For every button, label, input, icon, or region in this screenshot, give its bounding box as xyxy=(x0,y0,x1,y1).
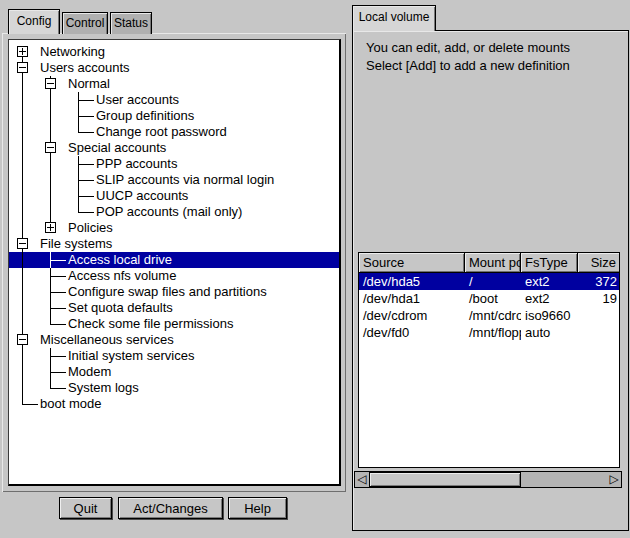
tree-guide xyxy=(65,204,93,220)
tree-guide xyxy=(37,316,65,332)
tree-guide xyxy=(37,108,65,124)
table-cell: / xyxy=(465,273,521,290)
table-cell: /mnt/cdrom xyxy=(465,307,521,324)
column-header[interactable]: Mount point xyxy=(465,253,521,273)
tree-guide xyxy=(9,124,37,140)
tree-guide xyxy=(9,156,37,172)
table-row[interactable]: /dev/hda5/ext2372 xyxy=(359,273,619,290)
tree-item[interactable]: System logs xyxy=(9,380,339,396)
tree-guide xyxy=(9,220,37,236)
scroll-left-icon[interactable]: ◁ xyxy=(355,472,369,487)
tree-item[interactable]: Miscellaneous services xyxy=(9,332,339,348)
tree-item-label: UUCP accounts xyxy=(93,188,188,204)
tree-item[interactable]: User accounts xyxy=(9,92,339,108)
tree-guide xyxy=(65,188,93,204)
expander-minus-icon[interactable] xyxy=(9,236,37,252)
table-cell: /dev/hda1 xyxy=(359,290,465,307)
tree-item[interactable]: Check some file permissions xyxy=(9,316,339,332)
tree-guide xyxy=(65,92,93,108)
tree-item-label: Access nfs volume xyxy=(65,268,176,284)
expander-minus-icon[interactable] xyxy=(9,60,37,76)
help-button[interactable]: Help xyxy=(228,497,287,519)
column-header[interactable]: Source xyxy=(359,253,465,273)
tree-item[interactable]: Users accounts xyxy=(9,60,339,76)
column-header[interactable]: FsType xyxy=(521,253,578,273)
tree-item-label: Set quota defaults xyxy=(65,300,173,316)
tree-item[interactable]: File systems xyxy=(9,236,339,252)
table-row[interactable]: /dev/fd0/mnt/floppyauto xyxy=(359,324,619,341)
scrollbar-thumb[interactable] xyxy=(369,472,521,487)
table-row[interactable]: /dev/cdrom/mnt/cdromiso9660 xyxy=(359,307,619,324)
scroll-right-icon[interactable]: ▷ xyxy=(607,472,621,487)
tab-status[interactable]: Status xyxy=(110,12,152,34)
tree-item[interactable]: Group definitions xyxy=(9,108,339,124)
tab-local-volume[interactable]: Local volume xyxy=(352,5,436,31)
tree-item-label: boot mode xyxy=(37,396,101,412)
act-changes-button[interactable]: Act/Changes xyxy=(118,497,223,519)
tree-item-label: Normal xyxy=(65,76,110,92)
tree-item[interactable]: Initial system services xyxy=(9,348,339,364)
table-cell xyxy=(578,307,620,324)
config-panel: NetworkingUsers accountsNormalUser accou… xyxy=(2,33,346,492)
tree-guide xyxy=(9,188,37,204)
tree-guide xyxy=(37,172,65,188)
tree-item[interactable]: Change root password xyxy=(9,124,339,140)
linuxconf-window: Config Control Status NetworkingUsers ac… xyxy=(0,0,630,538)
tree-guide xyxy=(37,268,65,284)
expander-minus-icon[interactable] xyxy=(9,332,37,348)
tree-item[interactable]: boot mode xyxy=(9,396,339,412)
tree-item[interactable]: Networking xyxy=(9,44,339,60)
expander-minus-icon[interactable] xyxy=(37,76,65,92)
tree-guide xyxy=(9,268,37,284)
column-header[interactable]: Size xyxy=(578,253,620,273)
table-header-row: SourceMount pointFsTypeSize xyxy=(359,253,619,273)
tree-guide xyxy=(9,76,37,92)
horizontal-scrollbar[interactable]: ◁ ▷ xyxy=(354,471,622,488)
tree-item[interactable]: Policies xyxy=(9,220,339,236)
tree-guide xyxy=(37,204,65,220)
table-cell: iso9660 xyxy=(521,307,578,324)
tree-item-label: Modem xyxy=(65,364,111,380)
tree-item[interactable]: Modem xyxy=(9,364,339,380)
tree-item-label: Policies xyxy=(65,220,113,236)
expander-plus-icon[interactable] xyxy=(37,220,65,236)
tree-guide xyxy=(37,300,65,316)
tree-item-label: Users accounts xyxy=(37,60,130,76)
tree-item[interactable]: Set quota defaults xyxy=(9,300,339,316)
tree-item-label: System logs xyxy=(65,380,139,396)
tab-control[interactable]: Control xyxy=(62,12,108,34)
tree-item[interactable]: Access local drive xyxy=(9,252,339,268)
tree-guide xyxy=(37,380,65,396)
tree-guide xyxy=(9,108,37,124)
tree-item-label: Configure swap files and partitions xyxy=(65,284,267,300)
tree-guide xyxy=(37,348,65,364)
tree-item[interactable]: Configure swap files and partitions xyxy=(9,284,339,300)
tree-item[interactable]: POP accounts (mail only) xyxy=(9,204,339,220)
tree-item-label: PPP accounts xyxy=(93,156,177,172)
expander-plus-icon[interactable] xyxy=(9,44,37,60)
table-cell: auto xyxy=(521,324,578,341)
tree-guide xyxy=(9,300,37,316)
tree-item[interactable]: UUCP accounts xyxy=(9,188,339,204)
quit-button[interactable]: Quit xyxy=(59,497,112,519)
tree-item[interactable]: Access nfs volume xyxy=(9,268,339,284)
table-row[interactable]: /dev/hda1/bootext219 xyxy=(359,290,619,307)
table-cell: 19 xyxy=(578,290,620,307)
tree-guide xyxy=(37,124,65,140)
tree-item-label: Change root password xyxy=(93,124,227,140)
table-cell xyxy=(578,324,620,341)
expander-minus-icon[interactable] xyxy=(37,140,65,156)
tree-item[interactable]: SLIP accounts via normal login xyxy=(9,172,339,188)
table-cell: ext2 xyxy=(521,290,578,307)
tree-guide xyxy=(9,316,37,332)
tab-config[interactable]: Config xyxy=(8,9,60,34)
tree-item[interactable]: PPP accounts xyxy=(9,156,339,172)
tree-guide xyxy=(9,252,37,268)
message-line-1: You can edit, add, or delete mounts xyxy=(366,39,570,57)
tree-guide xyxy=(65,124,93,140)
tree-guide xyxy=(37,364,65,380)
table-cell: /dev/fd0 xyxy=(359,324,465,341)
tree-item[interactable]: Normal xyxy=(9,76,339,92)
tree-item[interactable]: Special accounts xyxy=(9,140,339,156)
tree-item-label: Networking xyxy=(37,44,105,60)
